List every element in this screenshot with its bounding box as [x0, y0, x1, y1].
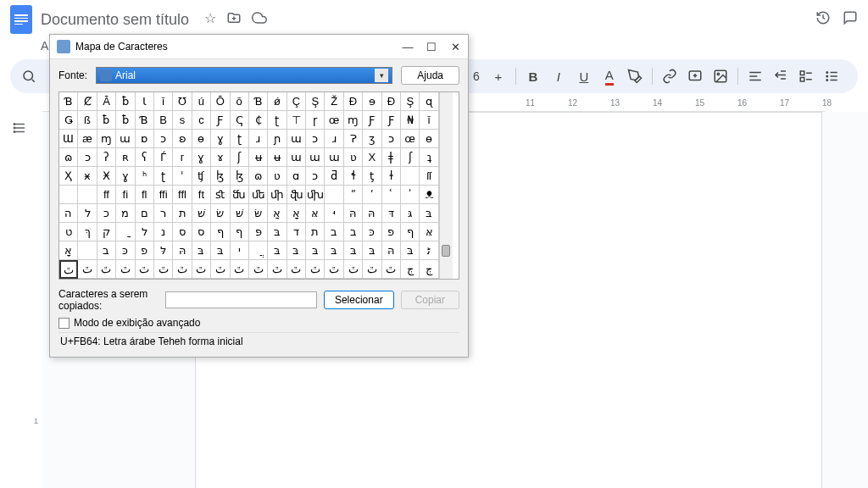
char-cell[interactable]: ʒ	[363, 130, 381, 148]
char-cell[interactable]: בּ	[363, 241, 381, 260]
char-cell[interactable]: ɣ	[211, 130, 230, 148]
char-cell[interactable]: ڄ	[420, 260, 438, 279]
char-cell[interactable]	[325, 186, 343, 204]
char-cell[interactable]: ʕ	[136, 148, 154, 167]
char-cell[interactable]: ɔ	[306, 130, 325, 148]
char-cell[interactable]: ɤ	[211, 148, 230, 167]
char-cell[interactable]: ٿ	[211, 260, 230, 279]
char-cell[interactable]: ɣ	[116, 167, 135, 186]
char-cell[interactable]: fi	[116, 186, 135, 204]
font-size-increase-icon[interactable]: +	[487, 64, 510, 88]
align-button[interactable]	[743, 64, 767, 88]
char-cell[interactable]: г	[173, 148, 192, 167]
char-cell[interactable]: ʰ	[136, 167, 154, 186]
font-size-value[interactable]: 6	[468, 69, 485, 83]
char-cell[interactable]: ƀ	[97, 111, 116, 130]
char-cell[interactable]: Ō	[211, 92, 230, 111]
char-cell[interactable]: Ѓ	[154, 148, 173, 167]
char-cell[interactable]: ˈ	[173, 167, 192, 186]
char-cell[interactable]: ɲ	[268, 130, 287, 148]
char-cell[interactable]: ט	[59, 223, 78, 241]
outline-icon[interactable]	[12, 120, 27, 139]
char-cell[interactable]: ɒ	[136, 130, 154, 148]
char-cell[interactable]: ٿ	[59, 260, 78, 279]
char-cell[interactable]: ם	[136, 204, 154, 223]
italic-button[interactable]: I	[547, 64, 570, 88]
line-spacing-button[interactable]	[769, 64, 793, 88]
char-cell[interactable]: שּׂ	[249, 204, 268, 223]
char-cell[interactable]: ב	[325, 223, 343, 241]
char-cell[interactable]: דּ	[382, 204, 401, 223]
char-cell[interactable]: אָ	[287, 204, 306, 223]
char-cell[interactable]: ß	[78, 111, 97, 130]
char-cell[interactable]: ɼ	[306, 111, 325, 130]
char-cell[interactable]: ō	[231, 92, 249, 111]
char-cell[interactable]: ٿ	[78, 260, 97, 279]
scroll-thumb[interactable]	[442, 245, 450, 257]
checklist-button[interactable]	[794, 64, 818, 88]
bold-button[interactable]: B	[521, 64, 545, 88]
grid-scrollbar[interactable]	[439, 92, 453, 279]
char-cell[interactable]: ף	[401, 223, 420, 241]
char-cell[interactable]: ɔ	[154, 130, 173, 148]
char-cell[interactable]: אּ	[420, 223, 438, 241]
char-cell[interactable]: ƫ	[363, 167, 381, 186]
char-cell[interactable]: ק	[97, 223, 116, 241]
char-cell[interactable]: גּ	[401, 204, 420, 223]
char-cell[interactable]: הּ	[382, 241, 401, 260]
move-folder-icon[interactable]	[226, 10, 242, 29]
char-cell[interactable]: ɑ	[287, 167, 306, 186]
char-cell[interactable]: מ	[116, 204, 135, 223]
char-cell[interactable]	[401, 167, 420, 186]
char-cell[interactable]	[78, 186, 97, 204]
advanced-checkbox[interactable]	[58, 318, 70, 329]
char-cell[interactable]: Ǥ	[59, 111, 78, 130]
char-cell[interactable]: ʃ	[401, 148, 420, 167]
char-cell[interactable]: שּׁ	[231, 204, 249, 223]
document-title[interactable]: Documento sem título	[41, 11, 189, 29]
char-cell[interactable]: ɷ	[59, 148, 78, 167]
char-cell[interactable]: Ž	[325, 92, 343, 111]
char-cell[interactable]: Ʊ	[173, 92, 192, 111]
text-color-button[interactable]: A	[598, 64, 621, 88]
char-cell[interactable]: בּ	[401, 241, 420, 260]
char-cell[interactable]: Ɓ	[249, 92, 268, 111]
close-button[interactable]: ✕	[449, 41, 461, 53]
char-cell[interactable]: Ӿ	[97, 167, 116, 186]
char-cell[interactable]: ל	[78, 204, 97, 223]
char-cell[interactable]: ٿ	[192, 260, 211, 279]
char-cell[interactable]: בּ	[344, 241, 363, 260]
char-cell[interactable]: œ	[401, 130, 420, 148]
char-cell[interactable]: ס	[192, 223, 211, 241]
char-cell[interactable]: ₵	[249, 111, 268, 130]
search-icon[interactable]	[17, 64, 41, 88]
char-cell[interactable]: Ҁ	[231, 111, 249, 130]
char-cell[interactable]: כּ	[116, 241, 135, 260]
char-cell[interactable]: ٿ	[173, 260, 192, 279]
char-cell[interactable]: ל	[136, 223, 154, 241]
char-cell[interactable]: ךּ	[78, 223, 97, 241]
char-cell[interactable]: ʃ	[231, 148, 249, 167]
char-cell[interactable]: ב	[97, 241, 116, 260]
char-cell[interactable]: ʧ	[192, 167, 211, 186]
char-cell[interactable]: s	[173, 111, 192, 130]
char-cell[interactable]: ǿ	[268, 92, 287, 111]
char-cell[interactable]: ﬆ	[211, 186, 230, 204]
bulleted-list-button[interactable]	[820, 64, 843, 88]
char-cell[interactable]: ʉ	[249, 148, 268, 167]
char-cell[interactable]: ʔ	[97, 148, 116, 167]
char-cell[interactable]: ﬕ	[268, 186, 287, 204]
char-cell[interactable]: ɫ	[382, 167, 401, 186]
char-cell[interactable]: שׂ	[211, 204, 230, 223]
underline-button[interactable]: U	[572, 64, 596, 88]
char-cell[interactable]: Đ	[344, 92, 363, 111]
char-cell[interactable]: ʈ	[154, 167, 173, 186]
char-cell[interactable]: שׁ	[192, 204, 211, 223]
char-cell[interactable]: ﬖ	[287, 186, 306, 204]
char-cell[interactable]: נ	[154, 223, 173, 241]
char-cell[interactable]: Ҳ	[59, 167, 78, 186]
char-cell[interactable]: ɹ	[325, 130, 343, 148]
copy-button[interactable]: Copiar	[401, 291, 459, 309]
char-cell[interactable]: ī	[154, 92, 173, 111]
cloud-status-icon[interactable]	[252, 10, 267, 29]
